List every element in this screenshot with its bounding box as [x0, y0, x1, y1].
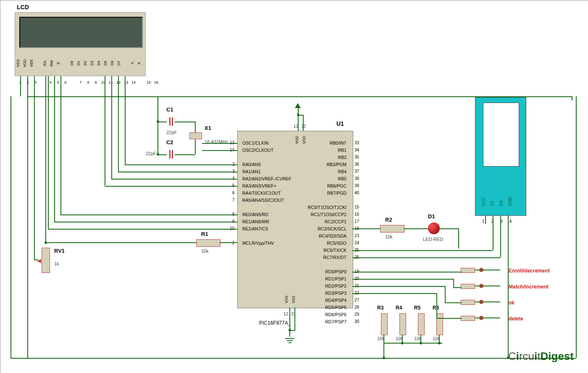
- resistor-r3: [381, 313, 388, 335]
- resistor-r1: [196, 239, 220, 247]
- x1-refdes: X1: [205, 125, 211, 131]
- wire: [27, 96, 572, 97]
- c1-refdes: C1: [166, 106, 173, 113]
- button-enroll-label: Enroll/decrement: [509, 268, 550, 274]
- rv1-refdes: RV1: [54, 248, 65, 254]
- rv1-value: 1k: [54, 261, 59, 266]
- button-ok-label: ok: [509, 300, 514, 306]
- button-match-label: Match/increment: [509, 284, 549, 290]
- button-match[interactable]: [461, 284, 475, 289]
- r1-value: 10k: [201, 249, 209, 254]
- fp-sensor-area: [483, 103, 519, 167]
- ground-icon: [285, 337, 294, 343]
- lcd-module: VSSVDDVEE RSRWE D0D1D2D3 D4D5D6D7 AK: [15, 12, 146, 76]
- resistor-r4: [399, 313, 406, 335]
- power-arrow-icon: [295, 103, 301, 108]
- resistor-r2: [380, 225, 404, 233]
- d1-value: LED-RED: [423, 237, 443, 242]
- button-enroll[interactable]: [461, 268, 475, 273]
- button-delete-label: delete: [509, 316, 523, 322]
- d1-refdes: D1: [428, 213, 435, 220]
- button-delete[interactable]: [461, 316, 475, 321]
- potentiometer-rv1: [42, 248, 50, 273]
- logo: CircuitDigest: [508, 350, 574, 363]
- lcd-screen: [19, 17, 143, 48]
- mcu-refdes: U1: [336, 120, 344, 127]
- resistor-r5: [418, 313, 425, 335]
- fp-pin-labels: VCCTXRXGND: [481, 197, 512, 206]
- lcd-pin-numbers: 123 456 78910 11121314 1516: [17, 80, 159, 85]
- r2-value: 10k: [385, 234, 393, 239]
- capacitor-c2: [167, 150, 175, 159]
- capacitor-c1: [167, 117, 175, 126]
- mcu-part: PIC16F877A_: [259, 320, 291, 326]
- wire-ground-bus: [10, 358, 576, 359]
- c2-refdes: C2: [166, 139, 173, 145]
- r1-refdes: R1: [201, 231, 208, 237]
- c2-value: 22pF: [146, 151, 156, 156]
- r2-refdes: R2: [385, 217, 392, 223]
- resistor-r6: [436, 313, 443, 335]
- lcd-refdes: LCD: [17, 4, 29, 11]
- led-d1: [428, 222, 440, 234]
- fp-pin-numbers: 1234: [482, 219, 512, 224]
- schematic-canvas: LCD LM016L_ VSSVDDVEE RSRWE D0D1D2D3 D4D…: [0, 0, 588, 373]
- c1-value: 22pF: [166, 130, 177, 135]
- lcd-pin-labels: VSSVDDVEE RSRWE D0D1D2D3 D4D5D6D7 AK: [16, 59, 143, 67]
- crystal-x1: [189, 132, 202, 139]
- button-ok[interactable]: [461, 300, 475, 305]
- fingerprint-module: VCCTXRXGND: [475, 97, 526, 216]
